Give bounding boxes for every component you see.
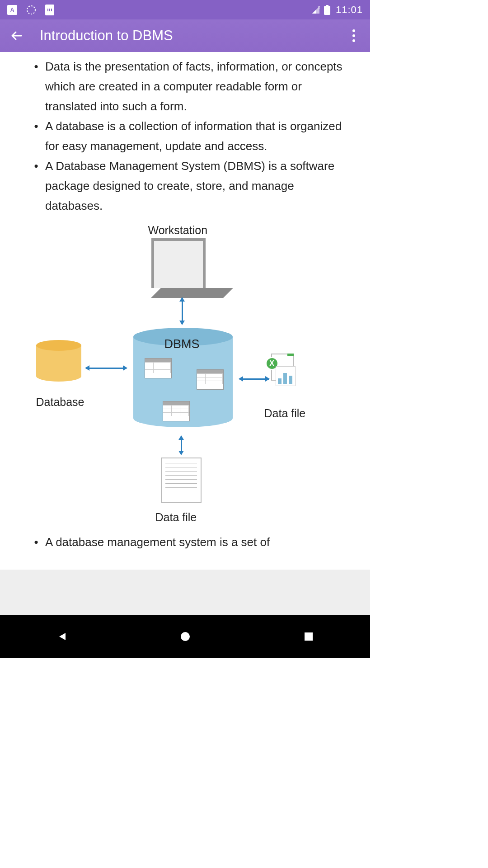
svg-rect-1	[47, 9, 48, 11]
square-recent-icon	[304, 632, 313, 641]
database-icon	[36, 340, 81, 385]
nav-home-button[interactable]	[172, 623, 199, 650]
arrow-icon	[86, 368, 127, 369]
page-title: Introduction to DBMS	[40, 28, 341, 44]
bullet-text: A Database Management System (DBMS) is a…	[45, 156, 343, 216]
svg-point-9	[352, 39, 355, 42]
nav-back-button[interactable]	[48, 623, 75, 650]
navigation-bar	[0, 615, 370, 658]
bullet-dot-icon: •	[27, 116, 45, 156]
arrow-icon	[239, 378, 269, 380]
signal-icon: ×	[311, 5, 320, 14]
bullet-item: • Data is the presentation of facts, inf…	[27, 57, 343, 116]
bullet-text: A database management system is a set of	[45, 532, 270, 552]
table-icon	[197, 369, 224, 390]
svg-rect-2	[49, 9, 50, 11]
svg-point-8	[352, 34, 355, 37]
bullet-dot-icon: •	[27, 156, 45, 216]
more-options-button[interactable]	[341, 23, 366, 48]
status-right: × 11:01	[311, 4, 363, 16]
more-vert-icon	[352, 29, 355, 42]
status-bar: A × 11:01	[0, 0, 370, 19]
arrow-icon	[182, 298, 183, 324]
clock: 11:01	[336, 4, 363, 16]
screen: A × 11:01 Introduction to DBMS • Data is…	[0, 0, 370, 658]
bullet-item: • A database management system is a set …	[27, 532, 343, 552]
battery-icon	[324, 5, 330, 15]
triangle-back-icon	[56, 631, 67, 642]
label-database: Database	[36, 392, 84, 412]
diagram-wrap: Workstation DBMS Database X Data file	[27, 216, 343, 532]
label-workstation: Workstation	[148, 220, 208, 240]
circle-home-icon	[180, 631, 191, 642]
table-icon	[145, 358, 172, 378]
back-button[interactable]	[4, 23, 29, 48]
svg-rect-6	[326, 5, 328, 6]
sd-card-icon	[45, 5, 54, 15]
bullet-dot-icon: •	[27, 532, 45, 552]
nav-recent-button[interactable]	[295, 623, 322, 650]
bullet-dot-icon: •	[27, 57, 45, 116]
status-left: A	[7, 5, 54, 15]
label-datafile-bottom: Data file	[155, 507, 197, 527]
workstation-icon	[151, 238, 228, 298]
bullet-item: • A Database Management System (DBMS) is…	[27, 156, 343, 216]
dbms-diagram: Workstation DBMS Database X Data file	[45, 220, 325, 528]
label-datafile-right: Data file	[264, 403, 306, 423]
svg-rect-11	[305, 632, 313, 641]
table-icon	[163, 401, 190, 421]
app-a-icon: A	[7, 5, 17, 15]
svg-rect-3	[51, 9, 52, 11]
svg-text:×: ×	[318, 5, 320, 10]
bullet-text: Data is the presentation of facts, infor…	[45, 57, 343, 116]
arrow-icon	[181, 436, 182, 454]
bullet-text: A database is a collection of informatio…	[45, 116, 343, 156]
svg-rect-5	[324, 6, 330, 15]
arrow-back-icon	[9, 29, 23, 42]
svg-point-0	[27, 6, 35, 14]
content-area[interactable]: • Data is the presentation of facts, inf…	[0, 52, 370, 570]
datafile-bottom-icon	[161, 458, 202, 503]
svg-point-10	[181, 632, 190, 641]
datafile-right-icon: X	[271, 354, 294, 381]
ad-placeholder	[0, 570, 370, 615]
svg-point-7	[352, 29, 355, 32]
label-dbms: DBMS	[164, 334, 200, 354]
bullet-item: • A database is a collection of informat…	[27, 116, 343, 156]
app-bar: Introduction to DBMS	[0, 19, 370, 52]
chart-icon	[276, 366, 296, 386]
loading-icon	[26, 5, 36, 15]
